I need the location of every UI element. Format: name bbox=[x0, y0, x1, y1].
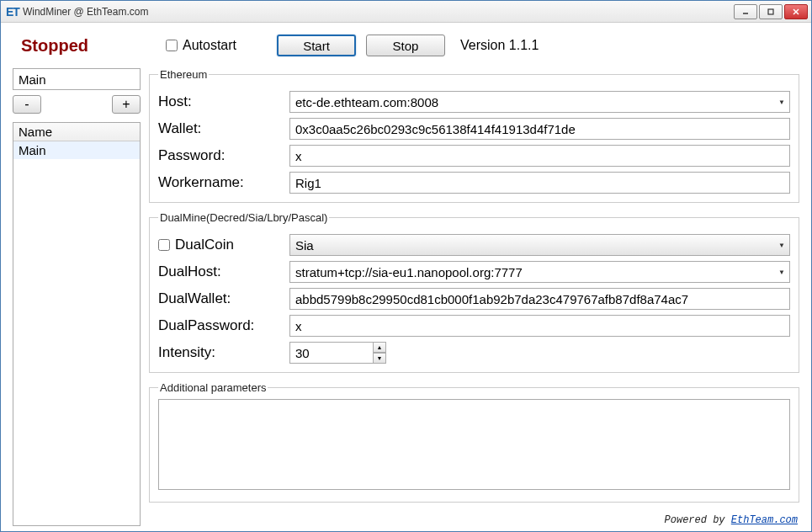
dualcoin-label: DualCoin bbox=[175, 237, 234, 253]
autostart-checkbox[interactable] bbox=[166, 40, 178, 51]
profile-select[interactable] bbox=[13, 68, 141, 90]
ethereum-group: Ethereum Host: ▼ Wallet: Password: bbox=[149, 68, 799, 203]
ethereum-legend: Ethereum bbox=[158, 68, 209, 81]
password-label: Password: bbox=[158, 147, 283, 164]
status-label: Stopped bbox=[21, 36, 156, 56]
dualmine-legend: DualMine(Decred/Sia/Lbry/Pascal) bbox=[158, 211, 329, 224]
dualwallet-label: DualWallet: bbox=[158, 290, 283, 307]
intensity-up-button[interactable]: ▲ bbox=[373, 342, 386, 353]
maximize-button[interactable] bbox=[759, 4, 783, 19]
window-controls bbox=[734, 4, 808, 19]
wallet-label: Wallet: bbox=[158, 120, 283, 137]
dualhost-label: DualHost: bbox=[158, 263, 283, 280]
add-profile-button[interactable]: + bbox=[112, 95, 141, 114]
intensity-input[interactable] bbox=[289, 342, 374, 364]
dualmine-group: DualMine(Decred/Sia/Lbry/Pascal) DualCoi… bbox=[149, 211, 799, 373]
svg-rect-1 bbox=[768, 9, 773, 14]
dualhost-input[interactable] bbox=[289, 261, 790, 283]
autostart-checkbox-group[interactable]: Autostart bbox=[166, 38, 267, 53]
workername-input[interactable] bbox=[289, 172, 790, 194]
close-button[interactable] bbox=[784, 4, 808, 19]
stop-button[interactable]: Stop bbox=[366, 35, 445, 56]
start-button[interactable]: Start bbox=[277, 35, 356, 56]
app-icon: ET bbox=[6, 5, 19, 19]
workername-label: Workername: bbox=[158, 174, 283, 191]
window-title: WindMiner @ EthTeam.com bbox=[23, 6, 734, 18]
minimize-button[interactable] bbox=[734, 4, 757, 19]
footer: Powered by EthTeam.com bbox=[149, 511, 799, 526]
dualwallet-input[interactable] bbox=[289, 288, 790, 310]
titlebar: ET WindMiner @ EthTeam.com bbox=[1, 1, 811, 23]
version-label: Version 1.1.1 bbox=[460, 38, 539, 53]
intensity-down-button[interactable]: ▼ bbox=[373, 353, 386, 364]
additional-group: Additional parameters bbox=[149, 381, 799, 503]
profile-table-row[interactable]: Main bbox=[13, 141, 140, 159]
dualpassword-input[interactable] bbox=[289, 315, 790, 337]
remove-profile-button[interactable]: - bbox=[13, 95, 41, 114]
sidebar: - + Name Main bbox=[13, 68, 141, 526]
intensity-label: Intensity: bbox=[158, 344, 283, 361]
profile-table: Name Main bbox=[13, 122, 141, 526]
host-label: Host: bbox=[158, 93, 283, 110]
password-input[interactable] bbox=[289, 145, 790, 167]
dualcoin-checkbox-group[interactable]: DualCoin bbox=[158, 237, 283, 253]
footer-text: Powered by bbox=[665, 514, 731, 526]
additional-params-input[interactable] bbox=[158, 399, 790, 490]
dualcoin-checkbox[interactable] bbox=[158, 239, 170, 251]
autostart-label: Autostart bbox=[183, 38, 236, 53]
host-input[interactable] bbox=[289, 91, 790, 113]
footer-link[interactable]: EthTeam.com bbox=[731, 514, 798, 526]
dualpassword-label: DualPassword: bbox=[158, 317, 283, 334]
header-row: Stopped Autostart Start Stop Version 1.1… bbox=[13, 31, 799, 68]
wallet-input[interactable] bbox=[289, 118, 790, 140]
profile-table-header: Name bbox=[13, 123, 140, 141]
additional-legend: Additional parameters bbox=[158, 381, 268, 394]
dualcoin-select[interactable] bbox=[289, 234, 790, 256]
